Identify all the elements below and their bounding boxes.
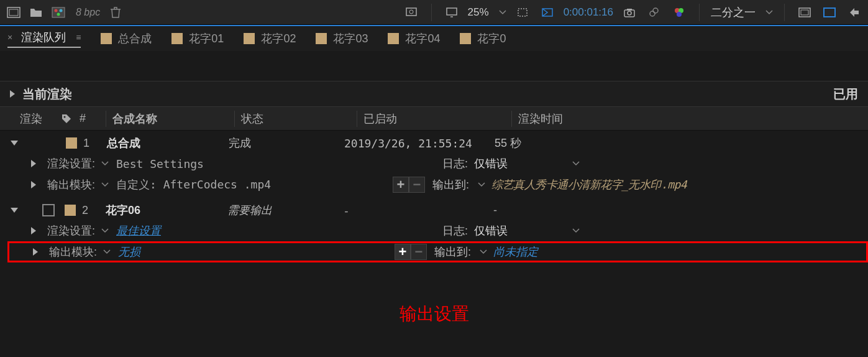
output-to-label: 输出到: [432,177,469,192]
svg-rect-20 [801,10,808,15]
tab-composition[interactable]: 花字0 [460,31,506,46]
tab-label: 渲染队列 [21,30,66,45]
item-status: 完成 [229,136,344,151]
tab-composition[interactable]: 总合成 [101,31,152,46]
fast-preview-icon[interactable] [846,5,863,20]
comp-swatch [101,33,112,44]
svg-rect-1 [9,9,18,16]
svg-rect-10 [518,9,527,16]
composition-tabs: × 渲染队列 ≡ 总合成 花字01 花字02 花字03 花字04 花字0 [0,25,868,51]
resolution-dropdown[interactable]: 二分之一 [711,5,756,20]
log-label: 日志: [442,223,468,238]
expand-arrow[interactable] [29,248,42,256]
view-layout-icon[interactable] [796,5,813,20]
chevron-down-icon[interactable] [103,249,113,254]
adjustment-layer-icon[interactable] [50,5,67,20]
chevron-down-icon[interactable] [478,182,488,187]
tab-composition[interactable]: 花字01 [171,31,224,46]
render-settings-value[interactable]: Best Settings [116,157,204,170]
mask-icon[interactable] [539,5,556,20]
queue-item: 1 总合成 完成 2019/3/26, 21:55:24 55 秒 渲染设置: … [0,131,868,198]
col-divider [106,111,106,127]
chevron-down-icon[interactable] [765,10,773,15]
svg-point-3 [55,9,58,12]
chevron-down-icon[interactable] [101,161,111,166]
chevron-down-icon[interactable] [499,10,506,15]
item-main-row[interactable]: 1 总合成 完成 2019/3/26, 21:55:24 55 秒 [7,133,868,153]
svg-rect-13 [627,9,632,11]
output-module-label: 输出模块: [47,177,95,192]
svg-point-12 [628,11,631,15]
output-path[interactable]: 尚未指定 [493,244,538,259]
trash-icon[interactable] [110,6,122,19]
comp-swatch [316,33,327,44]
remove-output-button[interactable]: − [411,244,427,260]
tab-composition[interactable]: 花字03 [316,31,368,46]
svg-point-14 [653,8,658,13]
col-render: 渲染 [20,111,61,126]
snapshot-icon[interactable] [621,5,638,20]
annotation-text: 输出设置 [0,302,868,326]
output-module-value[interactable]: 自定义: AfterCodecs .mp4 [116,177,271,192]
add-output-button[interactable]: + [395,244,411,260]
tab-label: 总合成 [118,31,152,46]
tab-render-queue[interactable]: × 渲染队列 ≡ [7,30,81,48]
chevron-down-icon[interactable] [572,161,580,166]
render-checkbox[interactable] [42,204,55,216]
col-status: 状态 [241,111,357,126]
comp-swatch [460,33,471,44]
show-snapshot-icon[interactable] [646,5,663,20]
preview-mode-icon[interactable] [403,5,420,20]
current-render-label: 当前渲染 [22,86,72,103]
item-color-swatch[interactable] [65,205,76,216]
chevron-down-icon[interactable] [101,182,111,187]
tab-menu-icon[interactable]: ≡ [76,32,81,42]
zoom-dropdown[interactable]: 25% [468,6,489,19]
tab-composition[interactable]: 花字02 [244,31,296,46]
tab-composition[interactable]: 花字04 [388,31,440,46]
expand-arrow-icon[interactable] [10,90,15,98]
svg-point-18 [677,12,682,17]
chevron-down-icon[interactable] [480,249,490,254]
svg-point-7 [409,10,413,14]
composition-icon[interactable] [5,5,22,20]
folder-icon[interactable] [27,5,45,20]
queue-header: 渲染 # 合成名称 状态 已启动 渲染时间 [0,107,868,131]
add-output-button[interactable]: + [393,177,409,193]
region-icon[interactable] [514,5,531,20]
output-module-row: 输出模块: 无损 + − 输出到: 尚未指定 [7,241,868,262]
item-main-row[interactable]: 2 花字06 需要输出 - - [7,200,868,220]
expand-arrow[interactable] [9,208,20,213]
col-divider [234,111,235,127]
expand-arrow[interactable] [9,141,20,146]
chevron-down-icon[interactable] [101,228,111,233]
expand-arrow[interactable] [27,227,40,234]
render-settings-value[interactable]: 最佳设置 [116,223,161,238]
log-label: 日志: [442,156,468,171]
chevron-down-icon[interactable] [572,228,580,233]
output-module-value[interactable]: 无损 [118,244,140,259]
col-divider [511,111,512,127]
comp-swatch [171,33,183,44]
pixel-aspect-icon[interactable] [821,5,838,20]
svg-rect-6 [406,8,416,16]
item-color-swatch[interactable] [66,137,77,149]
item-render-time: - [493,204,618,217]
bpc-indicator[interactable]: 8 bpc [76,7,100,18]
divider [699,4,700,21]
monitor-icon[interactable] [443,5,460,20]
timecode-display[interactable]: 0:00:01:16 [564,6,613,19]
output-module-row: 输出模块: 自定义: AfterCodecs .mp4 + − 输出到: 综艺真… [7,174,868,195]
expand-arrow[interactable] [27,160,40,167]
log-dropdown[interactable]: 仅错误 [474,223,572,238]
col-started: 已启动 [363,111,511,126]
remove-output-button[interactable]: − [409,177,425,193]
col-comp-name: 合成名称 [112,111,234,126]
expand-arrow[interactable] [27,181,40,188]
channel-icon[interactable] [670,5,688,20]
close-icon[interactable]: × [7,32,12,42]
comp-swatch [388,33,399,44]
svg-point-15 [650,11,655,16]
output-path[interactable]: 综艺真人秀卡通小清新花字_无水印.mp4 [491,177,687,192]
log-dropdown[interactable]: 仅错误 [474,156,572,171]
